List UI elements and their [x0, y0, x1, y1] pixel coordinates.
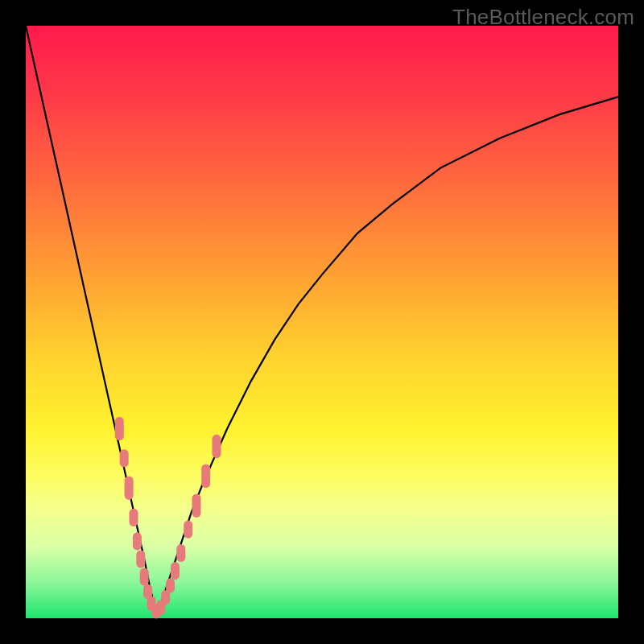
- curve-marker: [184, 521, 192, 539]
- curve-marker: [133, 532, 142, 550]
- curve-marker: [125, 476, 134, 499]
- curve-marker: [166, 578, 175, 592]
- chart-frame: TheBottleneck.com: [0, 0, 644, 644]
- curve-marker: [201, 464, 210, 488]
- curve-marker: [176, 544, 185, 562]
- curve-marker: [192, 493, 201, 517]
- curve-marker: [130, 509, 138, 526]
- curve-marker: [213, 435, 221, 458]
- curve-marker: [115, 417, 124, 440]
- curve-marker: [171, 562, 180, 580]
- curve-layer: [26, 26, 618, 618]
- bottleneck-curve: [26, 26, 618, 613]
- plot-area: [26, 26, 618, 618]
- watermark-text: TheBottleneck.com: [452, 5, 634, 30]
- curve-marker: [136, 550, 145, 568]
- curve-marker: [140, 568, 149, 585]
- curve-marker: [120, 449, 129, 467]
